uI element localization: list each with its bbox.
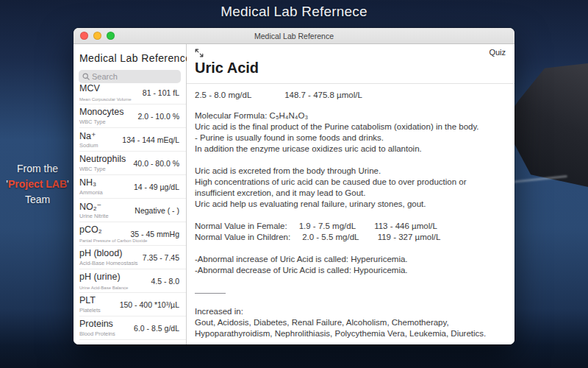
lab-list-item[interactable]: NH₃ Ammonia 14 - 49 µg/dL bbox=[79, 175, 186, 199]
lab-item-name: Neutrophils bbox=[79, 154, 126, 164]
lab-item-description: Urine Nitrite bbox=[79, 213, 109, 219]
sidebar-header: Medical Lab Reference bbox=[74, 44, 186, 70]
lab-item-name: pH (urine) bbox=[79, 272, 128, 282]
lab-item-range: 40.0 - 80.0 % bbox=[134, 159, 179, 168]
lab-item-range: 14 - 49 µg/dL bbox=[134, 183, 179, 191]
lab-item-range: 4.5 - 8.0 bbox=[151, 277, 179, 286]
lab-item-description: WBC Type bbox=[79, 118, 123, 125]
side-note: From the 'Project LAB' Team bbox=[0, 161, 75, 208]
lab-item-labels: Monocytes WBC Type bbox=[79, 107, 123, 125]
side-note-highlight: Project LAB bbox=[8, 178, 67, 190]
window-title: Medical Lab Reference bbox=[74, 32, 514, 40]
lab-item-description: Acid-Base Homeostasis bbox=[79, 260, 138, 266]
lab-list: MCV Mean Corpuscular Volume 81 - 101 fL … bbox=[74, 81, 186, 344]
lab-item-range: 150 - 400 *10³/µL bbox=[120, 300, 179, 309]
lab-list-item[interactable]: PLT Platelets 150 - 400 *10³/µL bbox=[79, 293, 186, 316]
lab-list-item[interactable]: Na⁺ Sodium 134 - 144 mEq/L bbox=[79, 128, 186, 152]
lab-item-description: Platelets bbox=[79, 307, 101, 314]
lab-list-item[interactable]: pH (urine) Urine Acid-Base Balance 4.5 -… bbox=[79, 269, 186, 293]
app-window: Medical Lab Reference Medical Lab Refere… bbox=[74, 28, 514, 344]
sidebar: Medical Lab Reference MCV Mean Corpuscul… bbox=[74, 44, 187, 344]
body-paragraph: Molecular Formula: C₅H₄N₄O₃ Uric acid is… bbox=[195, 110, 506, 155]
lab-item-description: Ammonia bbox=[79, 189, 103, 196]
lab-item-name: PLT bbox=[79, 295, 101, 305]
zoom-window-button[interactable] bbox=[107, 32, 115, 40]
title-divider bbox=[187, 83, 514, 84]
page-title: Uric Acid bbox=[195, 60, 506, 77]
search-input[interactable] bbox=[92, 72, 177, 81]
lab-item-range: 6.0 - 8.5 g/dL bbox=[134, 324, 179, 333]
body-paragraph: Normal Value in Female: 1.9 - 7.5 mg/dL … bbox=[195, 221, 506, 243]
article-body: Molecular Formula: C₅H₄N₄O₃ Uric acid is… bbox=[195, 110, 506, 344]
search-icon bbox=[82, 73, 90, 80]
body-paragraph: Increased in: Gout, Acidosis, Diabetes, … bbox=[195, 306, 506, 339]
lab-item-name: pH (blood) bbox=[79, 248, 138, 258]
body-paragraph: Uric acid is excreted from the body thro… bbox=[195, 166, 506, 210]
desktop-caption: Medical Lab Refernece bbox=[0, 4, 588, 20]
close-window-button[interactable] bbox=[80, 32, 88, 40]
lab-item-description: WBC Type bbox=[79, 166, 126, 172]
lab-item-name: Proteins bbox=[79, 319, 115, 329]
side-note-line1: From the bbox=[17, 163, 58, 174]
lab-list-item[interactable]: Monocytes WBC Type 2.0 - 10.0 % bbox=[79, 105, 186, 128]
lab-item-range: 134 - 144 mEq/L bbox=[122, 135, 179, 144]
lab-item-labels: PLT Platelets bbox=[79, 295, 101, 314]
window-titlebar[interactable]: Medical Lab Reference bbox=[74, 28, 514, 44]
minimize-window-button[interactable] bbox=[93, 32, 101, 40]
lab-item-description: Mean Corpuscular Volume bbox=[79, 97, 132, 102]
lab-item-range: Negative ( - ) bbox=[135, 206, 179, 215]
lab-item-range: 7.35 - 7.45 bbox=[143, 253, 179, 262]
side-note-quote-close: ' bbox=[67, 178, 69, 190]
content-toolbar: Quiz bbox=[195, 48, 506, 57]
expand-icon[interactable] bbox=[195, 49, 204, 57]
lab-item-name: pCO₂ bbox=[79, 224, 130, 235]
lab-item-name: Monocytes bbox=[79, 107, 123, 117]
lab-item-name: Na⁺ bbox=[79, 130, 98, 141]
body-paragraph: -Abnormal increase of Uric Acid is calle… bbox=[195, 254, 506, 276]
section-divider bbox=[195, 293, 226, 294]
lab-item-labels: pCO₂ Partial Pressure of Carbon Dioxide bbox=[79, 224, 130, 243]
lab-list-item[interactable]: Neutrophils WBC Type 40.0 - 80.0 % bbox=[79, 152, 186, 175]
lab-list-item[interactable]: MCV Mean Corpuscular Volume 81 - 101 fL bbox=[79, 81, 186, 105]
main-content: Quiz Uric Acid 2.5 - 8.0 mg/dL 148.7 - 4… bbox=[187, 44, 514, 344]
lab-item-description: Urine Acid-Base Balance bbox=[79, 286, 128, 290]
lab-item-description: Blood Proteins bbox=[79, 330, 115, 337]
lab-item-labels: Neutrophils WBC Type bbox=[79, 154, 126, 172]
lab-item-range: 81 - 101 fL bbox=[143, 88, 179, 97]
lab-item-labels: Proteins Blood Proteins bbox=[79, 319, 115, 337]
window-body: Medical Lab Reference MCV Mean Corpuscul… bbox=[74, 44, 514, 344]
reference-range: 2.5 - 8.0 mg/dL 148.7 - 475.8 µmol/L bbox=[195, 91, 506, 99]
quiz-button[interactable]: Quiz bbox=[489, 48, 506, 57]
traffic-lights bbox=[80, 32, 115, 40]
lab-list-item[interactable]: Proteins Blood Proteins 6.0 - 8.5 g/dL bbox=[79, 316, 186, 340]
lab-list-item[interactable]: pH (blood) Acid-Base Homeostasis 7.35 - … bbox=[79, 246, 186, 269]
lab-item-labels: NO₂⁻ Urine Nitrite bbox=[79, 201, 109, 219]
lab-item-name: NO₂⁻ bbox=[79, 201, 109, 212]
lab-list-item[interactable]: NO₂⁻ Urine Nitrite Negative ( - ) bbox=[79, 199, 186, 222]
lab-item-description: Partial Pressure of Carbon Dioxide bbox=[79, 238, 130, 243]
lab-list-item[interactable]: pCO₂ Partial Pressure of Carbon Dioxide … bbox=[79, 222, 186, 246]
lab-item-range: 2.0 - 10.0 % bbox=[137, 112, 179, 121]
lab-item-labels: pH (urine) Urine Acid-Base Balance bbox=[79, 272, 128, 290]
side-note-line3: Team bbox=[25, 194, 50, 205]
lab-item-labels: Na⁺ Sodium bbox=[79, 130, 98, 149]
range-mg: 2.5 - 8.0 mg/dL bbox=[195, 91, 251, 99]
range-umol: 148.7 - 475.8 µmol/L bbox=[284, 91, 362, 99]
lab-item-name: NH₃ bbox=[79, 177, 103, 188]
lab-item-labels: pH (blood) Acid-Base Homeostasis bbox=[79, 248, 138, 266]
lab-item-description: Sodium bbox=[79, 142, 98, 149]
lab-item-name: MCV bbox=[79, 83, 132, 93]
lab-item-range: 35 - 45 mmHg bbox=[130, 230, 179, 238]
lab-item-labels: MCV Mean Corpuscular Volume bbox=[79, 83, 132, 102]
lab-item-labels: NH₃ Ammonia bbox=[79, 177, 103, 196]
